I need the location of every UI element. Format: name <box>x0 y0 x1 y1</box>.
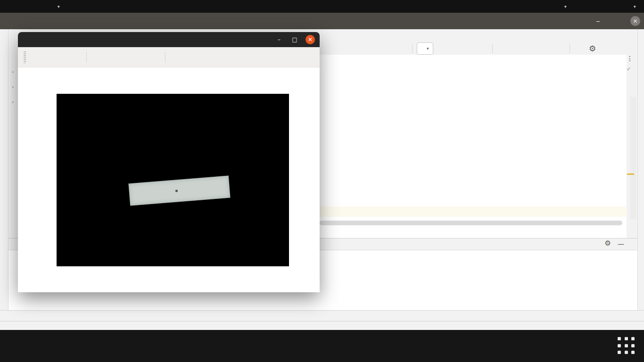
run-panel-settings-gear-icon[interactable]: ⚙ <box>605 240 611 247</box>
gnome-top-bar: ▾ ▾ ▾ <box>0 0 644 13</box>
editor-options-kebab-icon[interactable]: ⋮ <box>627 55 633 62</box>
license-plate <box>128 176 230 206</box>
toolbar-separator <box>86 51 87 63</box>
figure-minimize-button[interactable]: – <box>274 35 284 44</box>
save-floppy-icon[interactable] <box>172 51 183 63</box>
chevron-down-icon: ▾ <box>58 4 60 9</box>
network-indicator[interactable] <box>588 0 596 13</box>
chevron-down-icon: ▾ <box>634 4 636 9</box>
zoom-icon[interactable] <box>111 51 123 63</box>
pan-icon[interactable] <box>93 51 105 63</box>
system-menu[interactable]: ▾ <box>630 0 640 13</box>
chevron-down-icon: ▾ <box>564 4 567 9</box>
figure-maximize-button[interactable]: □ <box>290 35 299 44</box>
restore-button[interactable] <box>613 16 623 26</box>
toolbar-separator <box>165 51 165 63</box>
home-icon[interactable] <box>33 51 44 63</box>
pycharm-title-bar[interactable]: – ✕ <box>0 13 644 29</box>
figure-title-bar[interactable]: – □ ✕ <box>18 32 320 47</box>
forward-arrow-icon[interactable] <box>68 51 80 63</box>
show-applications-button[interactable] <box>618 337 636 355</box>
tool-window-bar <box>0 310 644 321</box>
clock[interactable] <box>287 0 294 13</box>
right-tool-stripe <box>637 29 644 310</box>
inspection-status-check[interactable]: ✓ <box>627 66 631 72</box>
figure-close-button[interactable]: ✕ <box>305 35 315 44</box>
plot-image <box>57 94 289 266</box>
battery-indicator[interactable] <box>619 0 626 13</box>
close-button[interactable]: ✕ <box>630 16 640 26</box>
minimize-button[interactable]: – <box>593 16 603 26</box>
volume-indicator[interactable] <box>606 0 614 13</box>
plate-screw-dot <box>175 189 178 192</box>
figure-toolbar <box>18 47 320 67</box>
editor-vertical-scrollbar[interactable] <box>630 97 636 219</box>
toolbar-drag-handle[interactable] <box>24 51 26 63</box>
back-arrow-icon[interactable] <box>50 51 62 63</box>
customize-axes-icon[interactable] <box>147 51 158 63</box>
run-panel-minimize-icon[interactable]: — <box>618 240 624 247</box>
keyboard-layout-indicator[interactable]: ▾ <box>558 0 570 13</box>
app-menu[interactable]: ▾ <box>49 0 64 13</box>
scrollbar-warning-mark <box>627 173 634 175</box>
activities-button[interactable] <box>1 0 8 13</box>
dock <box>0 330 644 362</box>
subplots-config-icon[interactable] <box>129 51 140 63</box>
vlc-tray-icon[interactable] <box>539 0 546 13</box>
figure-canvas[interactable] <box>18 67 320 292</box>
matplotlib-figure-window[interactable]: – □ ✕ <box>18 32 320 292</box>
status-bar <box>0 321 644 330</box>
editor-horizontal-scrollbar[interactable] <box>320 221 622 225</box>
